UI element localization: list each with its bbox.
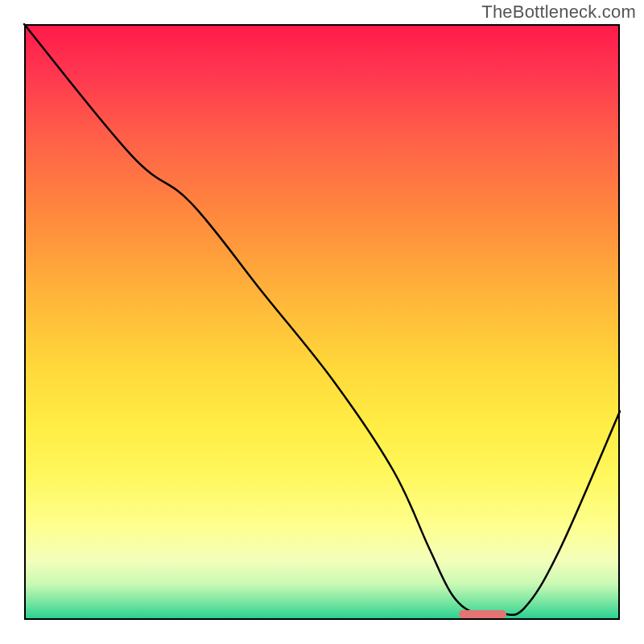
plot-area <box>24 24 620 620</box>
watermark-text: TheBottleneck.com <box>481 2 636 23</box>
optimal-marker <box>459 610 506 618</box>
bottleneck-curve <box>24 24 620 620</box>
chart-container: TheBottleneck.com <box>0 0 644 644</box>
